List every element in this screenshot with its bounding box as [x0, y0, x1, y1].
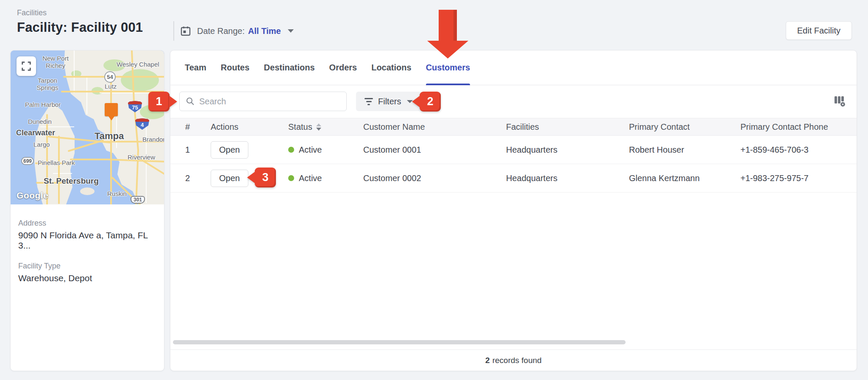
annotation-step-1: 1 [148, 92, 177, 112]
primary-contact-phone-cell: +1-983-275-975-7 [740, 173, 857, 183]
annotation-arrow-customers-tab [427, 10, 468, 59]
header-divider [173, 21, 174, 41]
route-badge-301: 301 [131, 196, 145, 204]
map-label-dunedin: Dunedin [28, 118, 52, 125]
facility-type-value: Warehouse, Depot [18, 273, 156, 283]
table-header: #ActionsStatusCustomer NameFacilitiesPri… [170, 118, 857, 136]
tab-label: Locations [371, 63, 411, 73]
column-settings-button[interactable] [832, 93, 848, 110]
map-label-ruskin: Ruskin [107, 190, 127, 197]
tabs: TeamRoutesDestinationsOrdersLocationsCus… [170, 50, 857, 85]
address-value: 9090 N Florida Ave a, Tampa, FL 3... [18, 230, 156, 251]
map-fullscreen-button[interactable] [17, 56, 36, 76]
chevron-down-icon [288, 29, 294, 33]
tab-destinations[interactable]: Destinations [264, 50, 315, 85]
tab-team[interactable]: Team [185, 50, 206, 85]
page-header: Facilities Facility: Facility 001 [17, 8, 143, 35]
column-header[interactable]: Status [288, 122, 363, 132]
page-title: Facility: Facility 001 [17, 20, 143, 35]
column-header-label: Status [288, 122, 312, 132]
map-label-new-port-richey: New Port Richey [35, 55, 76, 70]
facility-type-label: Facility Type [18, 262, 156, 271]
annotation-step-1-number: 1 [148, 92, 170, 112]
horizontal-scrollbar[interactable] [173, 340, 626, 344]
annotation-arrow-left-icon [247, 172, 255, 184]
column-header: Customer Name [363, 122, 506, 132]
edit-facility-button[interactable]: Edit Facility [786, 21, 852, 40]
facility-info: Address 9090 N Florida Ave a, Tampa, FL … [11, 204, 164, 283]
annotation-step-2-number: 2 [420, 92, 441, 112]
tab-orders[interactable]: Orders [329, 50, 357, 85]
records-text: records found [492, 356, 542, 365]
column-header: Primary Contact [629, 122, 740, 132]
sort-icon[interactable] [316, 123, 321, 131]
map-label-tampa: Tampa [95, 131, 124, 142]
tab-locations[interactable]: Locations [371, 50, 411, 85]
column-header: # [185, 122, 211, 132]
search-icon [186, 97, 195, 106]
map-label-tarpon-springs: Tarpon Springs [30, 77, 65, 92]
annotation-step-3: 3 [247, 168, 276, 187]
customer-name-cell: Customer 0002 [363, 173, 506, 183]
records-found-footer: 2 records found [170, 349, 857, 371]
route-badge-54: 54 [104, 71, 116, 83]
primary-contact-cell: Robert Houser [629, 145, 740, 155]
breadcrumb: Facilities [17, 8, 143, 17]
google-attribution: Google [17, 190, 48, 201]
tab-routes[interactable]: Routes [221, 50, 250, 85]
column-header: Facilities [506, 122, 629, 132]
customer-name-cell: Customer 0001 [363, 145, 506, 155]
annotation-arrow-right-icon [169, 96, 177, 108]
search-box[interactable] [179, 92, 347, 111]
status-label: Active [299, 145, 322, 155]
calendar-icon [180, 25, 191, 36]
date-range-value[interactable]: All Time [248, 26, 281, 36]
filters-label: Filters [378, 97, 401, 106]
address-label: Address [18, 219, 156, 228]
route-badge-699: 699 [21, 157, 34, 165]
column-header-label: Primary Contact [629, 122, 690, 132]
status-dot-icon [288, 147, 294, 153]
column-header-label: Primary Contact Phone [740, 122, 828, 132]
open-button[interactable]: Open [211, 170, 248, 187]
map-label-lutz: Lutz [105, 83, 117, 90]
tab-label: Destinations [264, 63, 315, 73]
tab-label: Orders [329, 63, 357, 73]
map-label-clearwater: Clearwater [16, 129, 55, 137]
open-button[interactable]: Open [211, 141, 248, 159]
records-count: 2 [485, 356, 490, 365]
table-toolbar: Filters [170, 92, 857, 111]
facilities-cell: Headquarters [506, 173, 629, 183]
search-input[interactable] [199, 97, 340, 106]
column-header: Actions [211, 122, 288, 132]
tab-label: Team [185, 63, 206, 73]
date-range-control[interactable]: Date Range: All Time [173, 21, 294, 41]
row-index: 1 [185, 145, 211, 155]
facility-summary-card: New Port Richey Wesley Chapel Tarpon Spr… [10, 50, 164, 371]
facility-map-marker[interactable] [105, 103, 118, 116]
date-range-label: Date Range: [197, 26, 245, 36]
column-header-label: # [185, 122, 190, 132]
map-label-wesley-chapel: Wesley Chapel [117, 61, 159, 68]
fullscreen-icon [21, 61, 32, 72]
filter-icon [364, 98, 373, 105]
tab-label: Routes [221, 63, 250, 73]
tab-label: Customers [426, 63, 470, 73]
annotation-step-2: 2 [412, 92, 441, 112]
row-index: 2 [185, 173, 211, 183]
annotation-arrow-left-icon [412, 96, 420, 108]
customers-panel: TeamRoutesDestinationsOrdersLocationsCus… [170, 50, 857, 371]
map-label-palm-harbor: Palm Harbor [25, 101, 61, 108]
column-header-label: Customer Name [363, 122, 425, 132]
facilities-cell: Headquarters [506, 145, 629, 155]
primary-contact-phone-cell: +1-859-465-706-3 [740, 145, 857, 155]
column-header-label: Facilities [506, 122, 539, 132]
map-label-brandon: Brandon [142, 136, 164, 143]
map-label-largo: Largo [33, 141, 50, 148]
facility-map[interactable]: New Port Richey Wesley Chapel Tarpon Spr… [11, 50, 164, 204]
status-dot-icon [288, 175, 294, 181]
column-header-label: Actions [211, 122, 239, 132]
map-label-riverview: Riverview [128, 154, 155, 161]
primary-contact-cell: Glenna Kertzmann [629, 173, 740, 183]
annotation-step-3-number: 3 [255, 168, 276, 187]
